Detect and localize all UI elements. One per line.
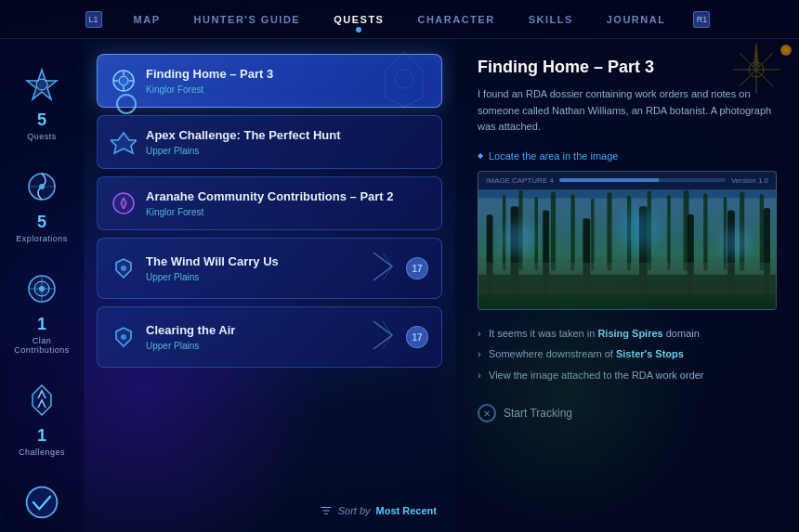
completed-icon [19,479,65,526]
image-progress-fill [559,178,659,182]
detail-title: Finding Home – Part 3 [478,58,777,77]
quest-icon-3 [111,190,137,216]
quest-item-3[interactable]: Aranahe Community Contributions – Part 2… [97,176,442,230]
challenges-count: 1 [37,427,46,444]
quest-badge-5: 17 [406,326,428,348]
quest-icon-1 [111,68,137,94]
nav-item-skills[interactable]: SKILLS [523,10,579,29]
quest-arrow-5 [369,317,397,357]
svg-point-6 [36,79,47,90]
quest-icon-2 [111,129,137,155]
sidebar-item-completed[interactable] [5,472,79,532]
quest-subtitle-4: Upper Plains [146,272,360,282]
detail-image: IMAGE CAPTURE 4 Version 1.0 [478,171,777,310]
quest-item-2[interactable]: Apex Challenge: The Perfect Hunt Upper P… [97,115,442,169]
detail-description: I found an RDA dossier containing work o… [478,86,777,136]
svg-rect-58 [478,263,776,295]
svg-point-57 [721,227,750,256]
svg-rect-36 [591,198,594,270]
quest-content-3: Aranahe Community Contributions – Part 2… [146,189,428,217]
nav-item-map[interactable]: MAP [128,10,166,29]
clan-icon [19,266,65,312]
quest-active-circle [116,94,137,114]
detail-clues: It seems it was taken in Rising Spires d… [478,323,777,386]
sort-prefix: Sort by [338,505,371,516]
nav-badge-l1: L1 [85,11,102,28]
quests-label: Quests [27,132,57,141]
quest-title-3: Aranahe Community Contributions – Part 2 [146,189,428,205]
quest-icon-5 [111,324,137,350]
image-bar-right: Version 1.0 [731,176,768,185]
nav-item-character[interactable]: CHARACTER [412,10,500,29]
clue-2-highlight: Sister's Stops [616,348,684,359]
clue-3: View the image attached to the RDA work … [478,365,777,386]
nav-item-quests[interactable]: QUESTS [328,10,389,29]
forest-scene [478,190,776,294]
locate-label: Locate the area in the image [489,150,618,162]
clan-count: 1 [37,316,46,332]
svg-point-17 [119,76,128,85]
nav-item-journal[interactable]: JOURNAL [601,10,672,29]
quest-content-4: The Wind Will Carry Us Upper Plains [146,254,360,282]
sort-icon [320,504,333,517]
quest-arrow-4 [369,248,397,289]
svg-rect-33 [535,197,538,271]
svg-point-15 [27,487,58,518]
sort-bar: Sort by Most Recent [84,504,455,517]
quest-title-4: The Wind Will Carry Us [146,254,360,270]
quest-item-4[interactable]: The Wind Will Carry Us Upper Plains 17 [97,238,442,299]
sidebar: 5 Quests 5 Explorations 1 Clan [0,39,84,532]
sidebar-item-challenges[interactable]: 1 Challenges [5,370,79,464]
explorations-count: 5 [37,214,46,230]
image-overlay: IMAGE CAPTURE 4 Version 1.0 [478,172,776,190]
quests-count: 5 [37,111,46,128]
start-tracking-button[interactable]: ✕ Start Tracking [478,398,777,428]
svg-rect-35 [570,194,574,270]
svg-point-55 [503,222,535,254]
tracking-label: Start Tracking [504,407,572,420]
sidebar-item-explorations[interactable]: 5 Explorations [5,156,79,251]
clue-1-highlight: Rising Spires [597,328,662,339]
quest-title-5: Clearing the Air [146,323,360,339]
quest-content-2: Apex Challenge: The Perfect Hunt Upper P… [146,128,428,156]
nav-item-hunters-guide[interactable]: HUNTER'S GUIDE [189,10,307,29]
quest-badge-4: 17 [406,257,428,279]
sidebar-item-quests[interactable]: 5 Quests [5,54,79,149]
svg-rect-45 [760,194,764,270]
quest-content-5: Clearing the Air Upper Plains [146,323,360,351]
quest-watermark-1 [376,46,432,115]
svg-point-25 [121,334,126,340]
nav-badge-r1: R1 [693,11,710,28]
quest-subtitle-2: Upper Plains [146,146,428,156]
quest-icon-4 [111,255,137,281]
quests-icon [19,61,65,108]
explorations-icon [19,163,65,210]
quest-subtitle-3: Kinglor Forest [146,207,428,217]
svg-point-24 [121,266,126,271]
clan-label: Clan Contributions [8,336,75,355]
tracking-icon: ✕ [478,404,496,422]
svg-rect-34 [551,192,556,271]
sort-value[interactable]: Most Recent [376,505,437,516]
quest-item-1[interactable]: Finding Home – Part 3 Kinglor Forest [97,54,442,108]
svg-point-56 [619,210,659,250]
clue-1: It seems it was taken in Rising Spires d… [478,323,777,344]
challenges-label: Challenges [19,448,65,457]
svg-rect-42 [703,193,707,270]
clue-2: Somewhere downstream of Sister's Stops [478,344,777,365]
svg-rect-37 [607,192,611,270]
image-progress-bar [559,178,726,182]
quest-subtitle-5: Upper Plains [146,341,360,351]
locate-section-title: Locate the area in the image [478,150,777,162]
quest-item-5[interactable]: Clearing the Air Upper Plains 17 [97,306,442,368]
explorations-label: Explorations [16,234,68,243]
quest-list: Finding Home – Part 3 Kinglor Forest Ape… [84,39,455,532]
sidebar-item-clan[interactable]: 1 Clan Contributions [5,258,79,362]
svg-rect-40 [667,195,670,270]
image-bar-left: IMAGE CAPTURE 4 [486,176,554,185]
detail-panel: Finding Home – Part 3 I found an RDA dos… [455,39,799,532]
nav-bar: L1 MAP HUNTER'S GUIDE QUESTS CHARACTER S… [0,0,799,39]
quest-title-2: Apex Challenge: The Perfect Hunt [146,128,428,144]
challenges-icon [19,377,65,423]
